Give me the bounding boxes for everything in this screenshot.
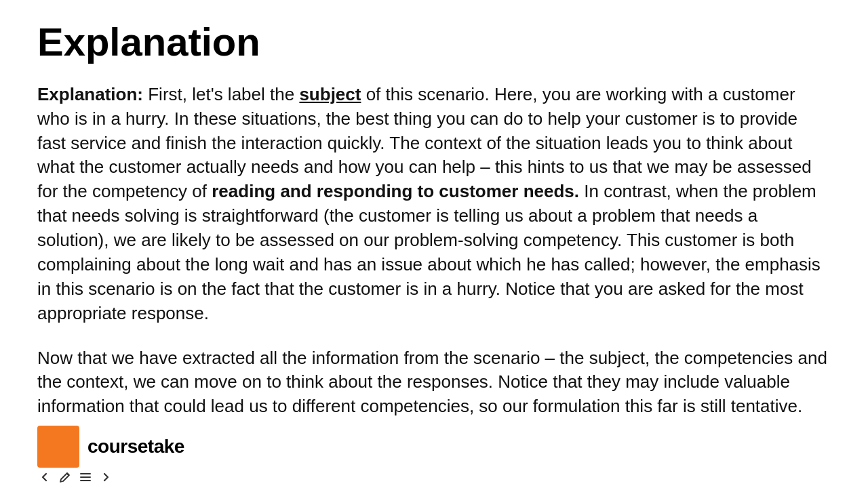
footer-logo-row: coursetake bbox=[37, 426, 184, 468]
nav-controls bbox=[37, 470, 113, 485]
paragraph1-part3: In contrast, when the problem that needs… bbox=[37, 181, 821, 323]
second-paragraph: Now that we have extracted all the infor… bbox=[37, 346, 831, 420]
nav-forward-button[interactable] bbox=[98, 470, 113, 485]
svg-rect-0 bbox=[80, 473, 91, 474]
nav-edit-button[interactable] bbox=[58, 470, 73, 485]
logo-box bbox=[37, 426, 79, 468]
nav-menu-button[interactable] bbox=[78, 470, 93, 485]
paragraph1-part1: First, let's label the bbox=[143, 84, 299, 104]
svg-rect-1 bbox=[80, 476, 91, 478]
page-container: Explanation Explanation: First, let's la… bbox=[0, 0, 868, 488]
footer-area: coursetake bbox=[0, 427, 868, 488]
explanation-label: Explanation: bbox=[37, 84, 143, 104]
explanation-paragraph: Explanation: First, let's label the subj… bbox=[37, 83, 831, 326]
nav-back-button[interactable] bbox=[37, 470, 52, 485]
subject-word: subject bbox=[299, 84, 361, 104]
svg-rect-2 bbox=[80, 480, 91, 481]
main-content: Explanation: First, let's label the subj… bbox=[37, 83, 831, 419]
logo-text: coursetake bbox=[87, 436, 184, 458]
competency-phrase: reading and responding to customer needs… bbox=[212, 181, 579, 201]
page-title: Explanation bbox=[37, 20, 831, 64]
